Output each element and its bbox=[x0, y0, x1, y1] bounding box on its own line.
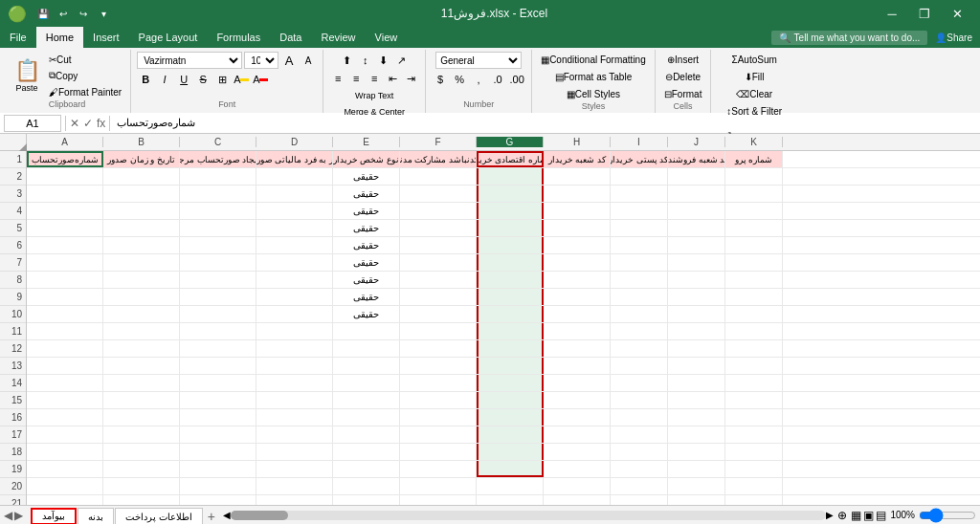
percent-btn[interactable]: % bbox=[451, 71, 468, 88]
cut-btn[interactable]: ✂ Cut bbox=[46, 52, 124, 67]
align-top-btn[interactable]: ⬆ bbox=[339, 52, 356, 69]
insert-function-icon[interactable]: fx bbox=[97, 117, 105, 130]
zoom-slider[interactable] bbox=[919, 511, 976, 520]
paste-btn[interactable]: 📋 Paste bbox=[10, 52, 44, 99]
cell-C8[interactable] bbox=[180, 272, 256, 288]
decrease-decimal-btn[interactable]: .00 bbox=[508, 71, 525, 88]
cell-D1[interactable]: شماره منحصر به فرد مالیاتی صورتحساب مرجع bbox=[256, 151, 333, 167]
align-center-btn[interactable]: ≡ bbox=[347, 70, 365, 87]
delete-cells-btn[interactable]: ⊖ Delete bbox=[662, 69, 703, 84]
minimize-btn[interactable]: ─ bbox=[877, 4, 907, 23]
cell-I4[interactable] bbox=[611, 203, 668, 219]
scroll-left-btn[interactable]: ◀ bbox=[223, 510, 231, 520]
cell-G7[interactable] bbox=[477, 254, 544, 271]
cell-C3[interactable] bbox=[180, 186, 256, 202]
add-sheet-btn[interactable]: + bbox=[204, 508, 219, 525]
cell-A10[interactable] bbox=[27, 306, 103, 322]
cell-J6[interactable] bbox=[668, 237, 725, 253]
cell-J4[interactable] bbox=[668, 203, 725, 219]
cell-I9[interactable] bbox=[611, 289, 668, 305]
cell-G4[interactable] bbox=[477, 203, 544, 219]
cell-H2[interactable] bbox=[544, 168, 611, 185]
cell-B4[interactable] bbox=[103, 203, 180, 219]
cell-A6[interactable] bbox=[27, 237, 103, 253]
fill-color-btn[interactable]: A bbox=[233, 71, 250, 88]
cell-J1[interactable]: کد شعبه فروشنده bbox=[668, 151, 725, 167]
cell-E6[interactable]: حقیقی bbox=[333, 237, 400, 253]
insert-cells-btn[interactable]: ⊕ Insert bbox=[664, 52, 702, 67]
col-header-F[interactable]: F bbox=[400, 137, 477, 147]
cell-H8[interactable] bbox=[544, 272, 611, 288]
align-middle-btn[interactable]: ↕ bbox=[357, 52, 374, 69]
align-left-btn[interactable]: ≡ bbox=[329, 70, 346, 87]
cell-H3[interactable] bbox=[544, 186, 611, 202]
save-quick-btn[interactable]: 💾 bbox=[34, 5, 52, 22]
cell-K1[interactable]: شماره پرو bbox=[725, 151, 783, 167]
cell-D9[interactable] bbox=[256, 289, 333, 305]
increase-decimal-btn[interactable]: .0 bbox=[489, 71, 506, 88]
cell-I10[interactable] bbox=[611, 306, 668, 322]
cell-C4[interactable] bbox=[180, 203, 256, 219]
cell-I6[interactable] bbox=[611, 237, 668, 253]
cell-F2[interactable] bbox=[400, 168, 477, 185]
sheet-nav-left-btn[interactable]: ◀ bbox=[4, 509, 12, 522]
cell-C9[interactable] bbox=[180, 289, 256, 305]
tab-formulas[interactable]: Formulas bbox=[207, 27, 270, 48]
font-name-select[interactable]: Vazirmatn bbox=[137, 52, 242, 69]
cell-A4[interactable] bbox=[27, 203, 103, 219]
tab-page-layout[interactable]: Page Layout bbox=[129, 27, 208, 48]
cell-J9[interactable] bbox=[668, 289, 725, 305]
cell-E8[interactable]: حقیقی bbox=[333, 272, 400, 288]
col-header-E[interactable]: E bbox=[333, 137, 400, 147]
cell-H4[interactable] bbox=[544, 203, 611, 219]
cell-I1[interactable]: کد پستی خریدار bbox=[611, 151, 668, 167]
align-bottom-btn[interactable]: ⬇ bbox=[375, 52, 392, 69]
cell-E3[interactable]: حقیقی bbox=[333, 186, 400, 202]
bold-btn[interactable]: B bbox=[137, 71, 154, 88]
cell-D7[interactable] bbox=[256, 254, 333, 271]
cell-C2[interactable] bbox=[180, 168, 256, 185]
cell-H1[interactable]: کد شعبه خریدار bbox=[544, 151, 611, 167]
cell-reference-box[interactable] bbox=[4, 115, 61, 132]
tab-review[interactable]: Review bbox=[311, 27, 365, 48]
cell-A3[interactable] bbox=[27, 186, 103, 202]
cell-E10[interactable]: حقیقی bbox=[333, 306, 400, 322]
indent-decrease-btn[interactable]: ⇤ bbox=[384, 70, 401, 87]
customize-quick-btn[interactable]: ▾ bbox=[95, 5, 112, 22]
col-header-J[interactable]: J bbox=[668, 137, 725, 147]
cell-J7[interactable] bbox=[668, 254, 725, 271]
cell-E2[interactable]: حقیقی bbox=[333, 168, 400, 185]
cell-A8[interactable] bbox=[27, 272, 103, 288]
cell-J5[interactable] bbox=[668, 220, 725, 236]
col-header-D[interactable]: D bbox=[256, 137, 333, 147]
undo-quick-btn[interactable]: ↩ bbox=[55, 5, 72, 22]
cell-G10[interactable] bbox=[477, 306, 544, 322]
cell-F4[interactable] bbox=[400, 203, 477, 219]
cell-G2[interactable] bbox=[477, 168, 544, 185]
cell-A9[interactable] bbox=[27, 289, 103, 305]
fill-btn[interactable]: ⬇ Fill bbox=[742, 69, 768, 84]
col-header-B[interactable]: B bbox=[103, 137, 180, 147]
cell-K9[interactable] bbox=[725, 289, 783, 305]
cell-K3[interactable] bbox=[725, 186, 783, 202]
col-header-C[interactable]: C bbox=[180, 137, 256, 147]
tab-data[interactable]: Data bbox=[270, 27, 311, 48]
scroll-right-btn[interactable]: ▶ bbox=[826, 510, 834, 520]
cell-K6[interactable] bbox=[725, 237, 783, 253]
cell-I7[interactable] bbox=[611, 254, 668, 271]
cell-D8[interactable] bbox=[256, 272, 333, 288]
tab-insert[interactable]: Insert bbox=[83, 27, 129, 48]
cell-H7[interactable] bbox=[544, 254, 611, 271]
cell-E7[interactable]: حقیقی bbox=[333, 254, 400, 271]
cell-G8[interactable] bbox=[477, 272, 544, 288]
page-layout-view-btn[interactable]: ▣ bbox=[863, 509, 874, 522]
cell-K2[interactable] bbox=[725, 168, 783, 185]
col-header-G[interactable]: G bbox=[477, 137, 544, 147]
cancel-formula-icon[interactable]: ✕ bbox=[70, 117, 79, 130]
cell-A2[interactable] bbox=[27, 168, 103, 185]
wrap-text-btn[interactable]: Wrap Text bbox=[352, 88, 396, 103]
cell-B5[interactable] bbox=[103, 220, 180, 236]
comma-btn[interactable]: , bbox=[470, 71, 487, 88]
font-size-select[interactable]: 10 bbox=[244, 52, 278, 69]
cell-B8[interactable] bbox=[103, 272, 180, 288]
